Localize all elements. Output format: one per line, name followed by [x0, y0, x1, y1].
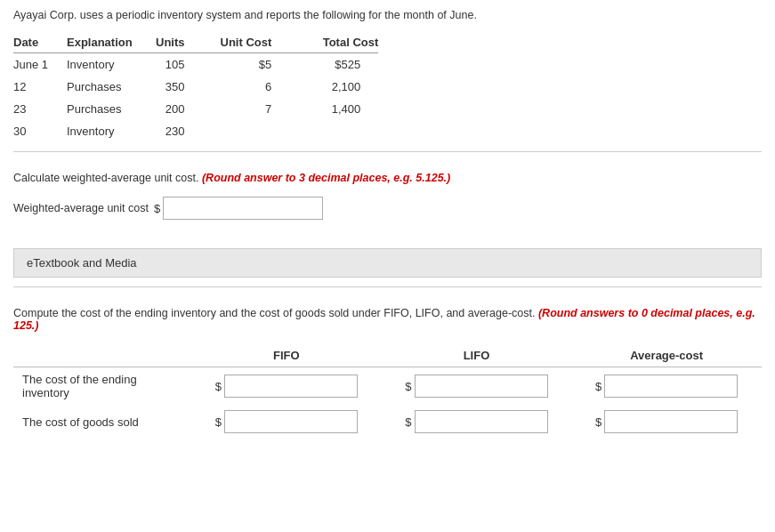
cell-unit-cost: 6 [221, 76, 308, 98]
weighted-avg-input[interactable] [163, 197, 323, 220]
fifo-input-0[interactable] [224, 375, 358, 398]
cell-date: June 1 [13, 53, 67, 77]
col-header-unit-cost: Unit Cost [221, 32, 308, 53]
fifo-dollar-1: $ [215, 415, 222, 429]
cell-units: 200 [156, 98, 221, 120]
cell-explanation: Purchases [67, 98, 156, 120]
fifo-input-cell-1: $ [191, 405, 382, 439]
cell-unit-cost: $5 [221, 53, 308, 77]
cell-total-cost: $525 [307, 53, 378, 77]
table-row: 12 Purchases 350 6 2,100 [13, 76, 378, 98]
lifo-dollar-0: $ [405, 380, 411, 393]
cost-col-lifo: LIFO [382, 344, 572, 367]
avg-input-cell-1: $ [571, 405, 762, 439]
weighted-avg-dollar: $ [154, 202, 160, 215]
cell-explanation: Purchases [67, 76, 156, 98]
cell-units: 105 [156, 53, 221, 77]
cell-total-cost: 2,100 [307, 76, 378, 98]
cost-table-wrapper: FIFO LIFO Average-cost The cost of the e… [13, 344, 762, 439]
cell-units: 230 [156, 120, 221, 142]
cost-table-row: The cost of goods sold $ $ $ [13, 405, 762, 439]
section1: Calculate weighted-average unit cost. (R… [13, 161, 762, 239]
lifo-input-0[interactable] [415, 375, 548, 398]
cell-units: 350 [156, 76, 221, 98]
divider-1 [13, 151, 762, 152]
cost-col-empty [13, 344, 191, 367]
cell-date: 23 [13, 98, 67, 120]
section1-question: Calculate weighted-average unit cost. (R… [13, 172, 762, 184]
cell-date: 12 [13, 76, 67, 98]
table-row: 30 Inventory 230 [13, 120, 378, 142]
lifo-input-cell-1: $ [382, 405, 572, 439]
section2: Compute the cost of the ending inventory… [13, 296, 762, 449]
cell-total-cost [307, 120, 378, 142]
lifo-input-cell-0: $ [382, 367, 572, 406]
weighted-avg-row: Weighted-average unit cost $ [13, 197, 762, 220]
cell-total-cost: 1,400 [307, 98, 378, 120]
section2-question: Compute the cost of the ending inventory… [13, 307, 762, 332]
fifo-input-1[interactable] [224, 410, 358, 433]
avg-dollar-1: $ [595, 415, 601, 429]
section1-hint: (Round answer to 3 decimal places, e.g. … [202, 172, 450, 184]
cost-col-fifo: FIFO [191, 344, 382, 367]
fifo-input-cell-0: $ [191, 367, 382, 406]
cost-row-label-1: The cost of goods sold [13, 405, 191, 439]
cost-table: FIFO LIFO Average-cost The cost of the e… [13, 344, 762, 439]
etextbook-bar[interactable]: eTextbook and Media [13, 248, 762, 278]
avg-dollar-0: $ [595, 380, 601, 393]
table-row: 23 Purchases 200 7 1,400 [13, 98, 378, 120]
table-row: June 1 Inventory 105 $5 $525 [13, 53, 378, 77]
cost-row-label-0: The cost of the ending inventory [13, 367, 191, 406]
fifo-dollar-0: $ [215, 380, 222, 393]
weighted-avg-label: Weighted-average unit cost [13, 202, 149, 214]
cell-date: 30 [13, 120, 67, 142]
cell-explanation: Inventory [67, 53, 156, 77]
avg-input-1[interactable] [604, 410, 738, 433]
cost-col-avg: Average-cost [571, 344, 762, 367]
avg-input-cell-0: $ [571, 367, 762, 406]
col-header-date: Date [13, 32, 67, 53]
lifo-input-1[interactable] [415, 410, 548, 433]
col-header-total-cost: Total Cost [307, 32, 378, 53]
col-header-explanation: Explanation [67, 32, 156, 53]
col-header-units: Units [156, 32, 221, 53]
cell-unit-cost [221, 120, 308, 142]
cell-explanation: Inventory [67, 120, 156, 142]
avg-input-0[interactable] [604, 375, 738, 398]
divider-2 [13, 286, 762, 287]
cost-table-row: The cost of the ending inventory $ $ $ [13, 367, 762, 406]
inventory-table: Date Explanation Units Unit Cost Total C… [13, 32, 378, 142]
lifo-dollar-1: $ [405, 415, 411, 429]
intro-text: Ayayai Corp. uses a periodic inventory s… [13, 9, 762, 21]
cell-unit-cost: 7 [221, 98, 308, 120]
etextbook-label: eTextbook and Media [27, 256, 137, 270]
